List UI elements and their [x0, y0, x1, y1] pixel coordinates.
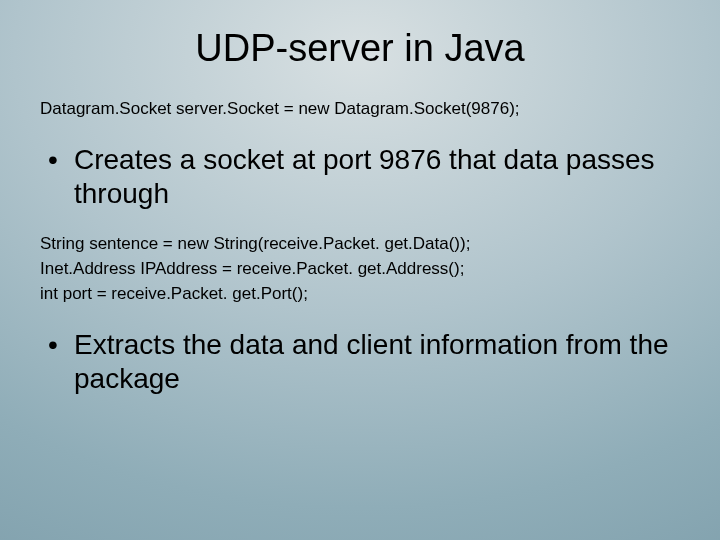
- page-title: UDP-server in Java: [40, 28, 680, 70]
- bullet-item: Creates a socket at port 9876 that data …: [46, 143, 680, 211]
- code-block-1: Datagram.Socket server.Socket = new Data…: [40, 98, 680, 121]
- code-line: Inet.Address IPAddress = receive.Packet.…: [40, 258, 680, 281]
- code-line: String sentence = new String(receive.Pac…: [40, 233, 680, 256]
- code-line: int port = receive.Packet. get.Port();: [40, 283, 680, 306]
- bullet-list-2: Extracts the data and client information…: [40, 328, 680, 396]
- code-block-2: String sentence = new String(receive.Pac…: [40, 233, 680, 306]
- code-line: Datagram.Socket server.Socket = new Data…: [40, 98, 680, 121]
- slide: UDP-server in Java Datagram.Socket serve…: [0, 0, 720, 540]
- bullet-list-1: Creates a socket at port 9876 that data …: [40, 143, 680, 211]
- bullet-item: Extracts the data and client information…: [46, 328, 680, 396]
